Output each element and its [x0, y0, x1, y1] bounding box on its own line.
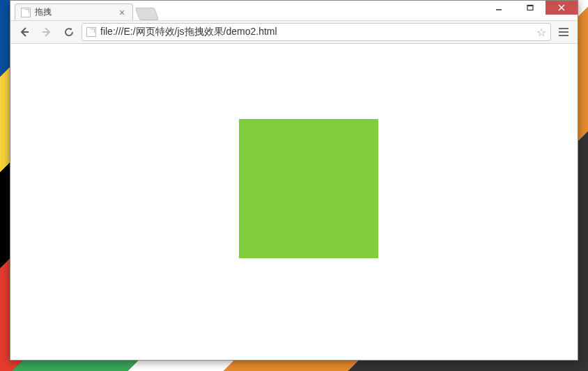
address-bar[interactable]: file:///E:/网页特效/js拖拽效果/demo2.html ☆ [82, 23, 551, 41]
close-window-button[interactable] [546, 1, 578, 15]
tab-strip: 拖拽 × [10, 1, 157, 20]
new-tab-button[interactable] [135, 8, 160, 20]
browser-window: 拖拽 × file:///E:/网 [10, 0, 578, 361]
window-controls [483, 1, 578, 15]
back-button[interactable] [15, 23, 34, 41]
page-content [10, 44, 578, 360]
hamburger-icon [559, 28, 568, 29]
titlebar: 拖拽 × [10, 1, 578, 20]
maximize-button[interactable] [514, 1, 546, 15]
close-tab-icon[interactable]: × [117, 8, 127, 17]
tab-title: 拖拽 [35, 6, 113, 18]
file-icon [86, 27, 96, 37]
forward-button[interactable] [37, 23, 56, 41]
url-text: file:///E:/网页特效/js拖拽效果/demo2.html [100, 26, 532, 38]
minimize-button[interactable] [483, 1, 514, 15]
bookmark-star-icon[interactable]: ☆ [536, 26, 546, 39]
reload-button[interactable] [59, 23, 79, 41]
draggable-box[interactable] [239, 119, 378, 258]
toolbar: file:///E:/网页特效/js拖拽效果/demo2.html ☆ [10, 20, 578, 44]
menu-button[interactable] [554, 23, 573, 41]
file-icon [21, 8, 31, 17]
active-tab[interactable]: 拖拽 × [15, 3, 133, 20]
